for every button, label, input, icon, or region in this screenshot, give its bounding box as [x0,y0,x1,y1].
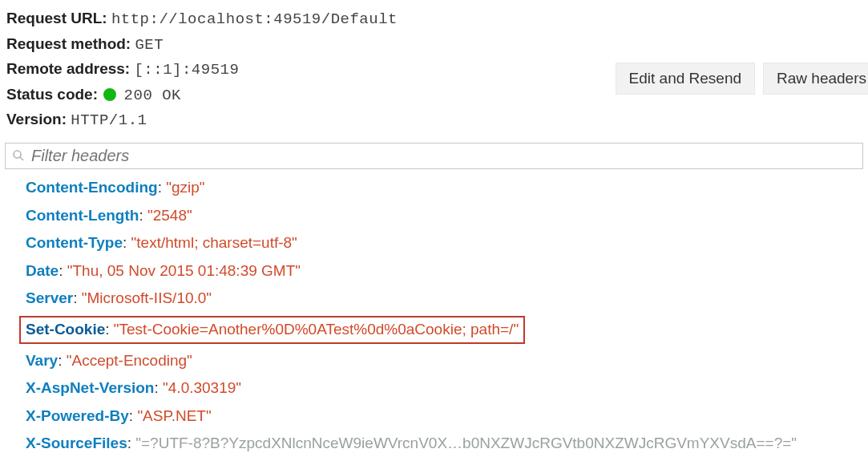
header-name: Set-Cookie [26,321,105,338]
url-value: http://localhost:49519/Default [111,10,398,28]
header-value: "Microsoft-IIS/10.0" [82,289,212,306]
header-value: "2548" [147,207,192,224]
search-icon [12,149,25,162]
header-value: "Accept-Encoding" [67,352,192,369]
version-value: HTTP/1.1 [71,111,147,129]
header-row[interactable]: Date: "Thu, 05 Nov 2015 01:48:39 GMT" [26,261,868,282]
filter-headers-input[interactable] [31,147,856,165]
response-headers-list: Content-Encoding: "gzip"Content-Length: … [0,169,868,461]
status-dot-icon [103,88,116,101]
header-colon: : [129,407,138,424]
header-value: "gzip" [166,179,204,196]
header-value: "Thu, 05 Nov 2015 01:48:39 GMT" [67,262,301,279]
request-summary: Request URL: http://localhost:49519/Defa… [0,0,868,138]
header-colon: : [139,207,147,224]
header-row[interactable]: X-SourceFiles: "=?UTF-8?B?YzpcdXNlcnNceW… [26,433,868,455]
header-row[interactable]: Vary: "Accept-Encoding" [26,350,868,372]
header-colon: : [123,234,131,251]
version-label: Version: [6,111,67,127]
header-name: X-SourceFiles [26,435,127,451]
raw-headers-button[interactable]: Raw headers [763,63,868,95]
svg-point-0 [14,151,21,158]
header-value: "Test-Cookie=Another%0D%0ATest%0d%0aCook… [114,321,519,338]
header-value: "=?UTF-8?B?YzpcdXNlcnNceW9ieWVrcnV0X…b0N… [135,435,797,451]
header-row[interactable]: Set-Cookie: "Test-Cookie=Another%0D%0ATe… [26,316,868,344]
header-row[interactable]: X-Powered-By: "ASP.NET" [26,406,868,427]
header-name: Content-Encoding [26,179,158,196]
remote-label: Remote address: [6,60,130,77]
status-label: Status code: [6,86,98,103]
header-row[interactable]: Content-Type: "text/html; charset=utf-8" [26,233,868,254]
header-name: Vary [26,352,58,369]
status-value: 200 OK [124,87,181,104]
filter-headers-field[interactable] [5,143,863,169]
svg-line-1 [20,157,23,160]
remote-value: [::1]:49519 [134,61,239,79]
header-row[interactable]: Server: "Microsoft-IIS/10.0" [26,288,868,309]
header-name: Content-Type [26,234,123,251]
header-colon: : [73,289,82,306]
header-colon: : [58,352,67,369]
header-name: Content-Length [26,207,139,224]
header-value: "text/html; charset=utf-8" [131,234,297,251]
header-value: "4.0.30319" [163,379,241,396]
header-value: "ASP.NET" [137,407,211,424]
header-colon: : [127,435,136,451]
header-colon: : [59,262,67,279]
header-row[interactable]: X-AspNet-Version: "4.0.30319" [26,378,868,399]
header-name: Server [26,289,73,306]
method-value: GET [135,36,164,54]
header-colon: : [105,321,114,338]
header-row[interactable]: Content-Length: "2548" [26,205,868,227]
method-label: Request method: [6,35,131,52]
header-name: X-Powered-By [26,407,129,424]
edit-resend-button[interactable]: Edit and Resend [616,63,756,95]
header-name: Date [26,262,59,279]
header-name: X-AspNet-Version [26,379,154,396]
header-colon: : [158,179,167,196]
url-label: Request URL: [6,10,107,26]
header-colon: : [154,379,163,396]
action-buttons: Edit and Resend Raw headers [616,63,868,95]
header-row[interactable]: Content-Encoding: "gzip" [26,177,868,199]
